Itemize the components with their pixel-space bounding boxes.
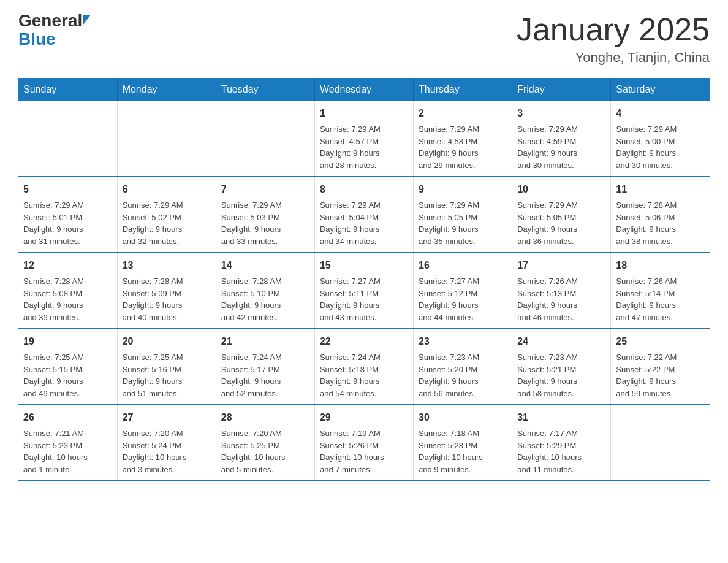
day-cell: 6Sunrise: 7:29 AMSunset: 5:02 PMDaylight…	[117, 177, 216, 253]
day-info: Sunrise: 7:25 AMSunset: 5:16 PMDaylight:…	[123, 351, 211, 399]
day-cell: 8Sunrise: 7:29 AMSunset: 5:04 PMDaylight…	[314, 177, 413, 253]
logo-arrow-icon	[83, 15, 91, 25]
day-number: 22	[320, 334, 408, 349]
day-cell: 19Sunrise: 7:25 AMSunset: 5:15 PMDayligh…	[18, 329, 117, 405]
day-cell: 23Sunrise: 7:23 AMSunset: 5:20 PMDayligh…	[414, 329, 512, 405]
day-number: 25	[616, 334, 705, 349]
day-number: 27	[123, 410, 211, 425]
day-info: Sunrise: 7:29 AMSunset: 4:57 PMDaylight:…	[320, 123, 408, 171]
day-info: Sunrise: 7:28 AMSunset: 5:10 PMDaylight:…	[221, 275, 309, 323]
week-row-2: 5Sunrise: 7:29 AMSunset: 5:01 PMDaylight…	[18, 177, 710, 253]
day-info: Sunrise: 7:17 AMSunset: 5:29 PMDaylight:…	[517, 427, 605, 475]
day-number: 3	[517, 106, 605, 121]
day-cell: 31Sunrise: 7:17 AMSunset: 5:29 PMDayligh…	[512, 405, 611, 481]
day-cell: 16Sunrise: 7:27 AMSunset: 5:12 PMDayligh…	[414, 253, 512, 329]
day-cell: 11Sunrise: 7:28 AMSunset: 5:06 PMDayligh…	[611, 177, 710, 253]
day-number: 8	[320, 182, 408, 197]
day-number: 4	[616, 106, 705, 121]
title-section: January 2025 Yonghe, Tianjin, China	[517, 12, 710, 66]
day-info: Sunrise: 7:29 AMSunset: 5:03 PMDaylight:…	[221, 199, 309, 247]
day-info: Sunrise: 7:27 AMSunset: 5:11 PMDaylight:…	[320, 275, 408, 323]
day-number: 13	[123, 258, 211, 273]
day-cell: 17Sunrise: 7:26 AMSunset: 5:13 PMDayligh…	[512, 253, 611, 329]
day-info: Sunrise: 7:27 AMSunset: 5:12 PMDaylight:…	[419, 275, 507, 323]
day-number: 29	[320, 410, 408, 425]
day-info: Sunrise: 7:19 AMSunset: 5:26 PMDaylight:…	[320, 427, 408, 475]
day-number: 14	[221, 258, 309, 273]
day-cell	[117, 101, 216, 177]
logo: General Blue	[18, 12, 91, 49]
day-info: Sunrise: 7:26 AMSunset: 5:13 PMDaylight:…	[517, 275, 605, 323]
day-number: 31	[517, 410, 605, 425]
day-cell	[216, 101, 314, 177]
day-info: Sunrise: 7:29 AMSunset: 5:02 PMDaylight:…	[123, 199, 211, 247]
day-info: Sunrise: 7:29 AMSunset: 5:05 PMDaylight:…	[517, 199, 605, 247]
day-cell: 1Sunrise: 7:29 AMSunset: 4:57 PMDaylight…	[314, 101, 413, 177]
day-header-friday: Friday	[512, 78, 611, 101]
day-info: Sunrise: 7:24 AMSunset: 5:18 PMDaylight:…	[320, 351, 408, 399]
day-cell	[611, 405, 710, 481]
day-info: Sunrise: 7:29 AMSunset: 5:00 PMDaylight:…	[616, 123, 705, 171]
day-number: 15	[320, 258, 408, 273]
day-number: 20	[123, 334, 211, 349]
day-number: 26	[23, 410, 112, 425]
day-info: Sunrise: 7:29 AMSunset: 4:59 PMDaylight:…	[517, 123, 605, 171]
day-number: 18	[616, 258, 705, 273]
day-cell: 28Sunrise: 7:20 AMSunset: 5:25 PMDayligh…	[216, 405, 314, 481]
page-header: General Blue January 2025 Yonghe, Tianji…	[18, 12, 710, 66]
day-info: Sunrise: 7:29 AMSunset: 5:04 PMDaylight:…	[320, 199, 408, 247]
week-row-5: 26Sunrise: 7:21 AMSunset: 5:23 PMDayligh…	[18, 405, 710, 481]
day-cell: 27Sunrise: 7:20 AMSunset: 5:24 PMDayligh…	[117, 405, 216, 481]
day-info: Sunrise: 7:22 AMSunset: 5:22 PMDaylight:…	[616, 351, 705, 399]
day-info: Sunrise: 7:18 AMSunset: 5:28 PMDaylight:…	[419, 427, 507, 475]
day-cell: 10Sunrise: 7:29 AMSunset: 5:05 PMDayligh…	[512, 177, 611, 253]
day-header-saturday: Saturday	[611, 78, 710, 101]
day-number: 1	[320, 106, 408, 121]
day-number: 12	[23, 258, 112, 273]
day-number: 9	[419, 182, 507, 197]
day-number: 6	[123, 182, 211, 197]
day-number: 17	[517, 258, 605, 273]
day-info: Sunrise: 7:20 AMSunset: 5:25 PMDaylight:…	[221, 427, 309, 475]
day-info: Sunrise: 7:20 AMSunset: 5:24 PMDaylight:…	[123, 427, 211, 475]
day-cell: 26Sunrise: 7:21 AMSunset: 5:23 PMDayligh…	[18, 405, 117, 481]
day-number: 21	[221, 334, 309, 349]
day-info: Sunrise: 7:26 AMSunset: 5:14 PMDaylight:…	[616, 275, 705, 323]
day-cell: 29Sunrise: 7:19 AMSunset: 5:26 PMDayligh…	[314, 405, 413, 481]
day-header-sunday: Sunday	[18, 78, 117, 101]
day-number: 5	[23, 182, 112, 197]
day-cell: 14Sunrise: 7:28 AMSunset: 5:10 PMDayligh…	[216, 253, 314, 329]
day-cell: 4Sunrise: 7:29 AMSunset: 5:00 PMDaylight…	[611, 101, 710, 177]
logo-blue-text: Blue	[18, 29, 56, 48]
day-number: 19	[23, 334, 112, 349]
day-cell: 21Sunrise: 7:24 AMSunset: 5:17 PMDayligh…	[216, 329, 314, 405]
day-cell: 12Sunrise: 7:28 AMSunset: 5:08 PMDayligh…	[18, 253, 117, 329]
logo-general-text: General	[18, 12, 82, 29]
week-row-3: 12Sunrise: 7:28 AMSunset: 5:08 PMDayligh…	[18, 253, 710, 329]
day-cell: 2Sunrise: 7:29 AMSunset: 4:58 PMDaylight…	[414, 101, 512, 177]
day-number: 16	[419, 258, 507, 273]
day-cell: 7Sunrise: 7:29 AMSunset: 5:03 PMDaylight…	[216, 177, 314, 253]
month-title: January 2025	[517, 12, 710, 47]
day-header-monday: Monday	[117, 78, 216, 101]
week-row-4: 19Sunrise: 7:25 AMSunset: 5:15 PMDayligh…	[18, 329, 710, 405]
day-cell: 30Sunrise: 7:18 AMSunset: 5:28 PMDayligh…	[414, 405, 512, 481]
day-number: 7	[221, 182, 309, 197]
day-cell	[18, 101, 117, 177]
day-info: Sunrise: 7:23 AMSunset: 5:21 PMDaylight:…	[517, 351, 605, 399]
day-number: 23	[419, 334, 507, 349]
day-info: Sunrise: 7:25 AMSunset: 5:15 PMDaylight:…	[23, 351, 112, 399]
day-info: Sunrise: 7:28 AMSunset: 5:08 PMDaylight:…	[23, 275, 112, 323]
day-cell: 9Sunrise: 7:29 AMSunset: 5:05 PMDaylight…	[414, 177, 512, 253]
day-info: Sunrise: 7:24 AMSunset: 5:17 PMDaylight:…	[221, 351, 309, 399]
day-info: Sunrise: 7:21 AMSunset: 5:23 PMDaylight:…	[23, 427, 112, 475]
day-info: Sunrise: 7:29 AMSunset: 5:01 PMDaylight:…	[23, 199, 112, 247]
day-info: Sunrise: 7:29 AMSunset: 5:05 PMDaylight:…	[419, 199, 507, 247]
day-info: Sunrise: 7:23 AMSunset: 5:20 PMDaylight:…	[419, 351, 507, 399]
calendar: SundayMondayTuesdayWednesdayThursdayFrid…	[18, 78, 710, 481]
day-info: Sunrise: 7:28 AMSunset: 5:09 PMDaylight:…	[123, 275, 211, 323]
day-info: Sunrise: 7:29 AMSunset: 4:58 PMDaylight:…	[419, 123, 507, 171]
day-number: 30	[419, 410, 507, 425]
location-title: Yonghe, Tianjin, China	[517, 50, 710, 66]
day-header-tuesday: Tuesday	[216, 78, 314, 101]
